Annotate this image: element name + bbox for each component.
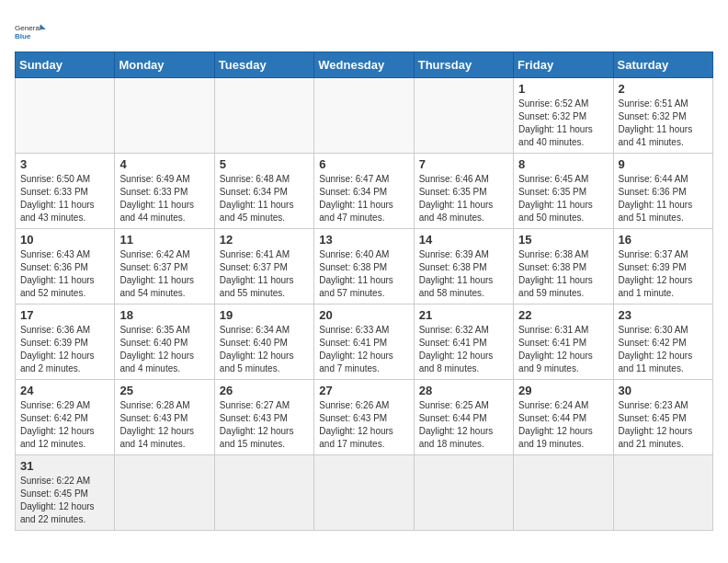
calendar-cell: 2Sunrise: 6:51 AM Sunset: 6:32 PM Daylig… [613, 78, 712, 154]
cell-info: Sunrise: 6:27 AM Sunset: 6:43 PM Dayligh… [220, 399, 309, 451]
cell-info: Sunrise: 6:29 AM Sunset: 6:42 PM Dayligh… [20, 399, 109, 451]
svg-text:General: General [15, 24, 41, 32]
day-header-friday: Friday [514, 52, 613, 78]
cell-info: Sunrise: 6:33 AM Sunset: 6:41 PM Dayligh… [319, 324, 408, 375]
cell-info: Sunrise: 6:47 AM Sunset: 6:34 PM Dayligh… [319, 173, 408, 224]
day-number: 15 [518, 233, 608, 247]
calendar-cell: 17Sunrise: 6:36 AM Sunset: 6:39 PM Dayli… [16, 304, 115, 380]
header-row: SundayMondayTuesdayWednesdayThursdayFrid… [16, 52, 713, 78]
calendar-cell: 8Sunrise: 6:45 AM Sunset: 6:35 PM Daylig… [514, 154, 613, 229]
calendar-cell: 26Sunrise: 6:27 AM Sunset: 6:43 PM Dayli… [214, 380, 313, 455]
day-number: 6 [319, 157, 408, 171]
calendar-cell [314, 78, 414, 154]
cell-info: Sunrise: 6:39 AM Sunset: 6:38 PM Dayligh… [419, 248, 508, 300]
day-number: 31 [20, 459, 109, 473]
day-number: 5 [220, 157, 309, 171]
calendar-cell: 14Sunrise: 6:39 AM Sunset: 6:38 PM Dayli… [414, 229, 513, 304]
day-number: 4 [119, 157, 209, 171]
calendar-cell: 25Sunrise: 6:28 AM Sunset: 6:43 PM Dayli… [115, 380, 214, 455]
logo: GeneralBlue [15, 15, 48, 48]
day-number: 11 [119, 233, 209, 247]
calendar-cell: 7Sunrise: 6:46 AM Sunset: 6:35 PM Daylig… [414, 154, 513, 229]
day-header-thursday: Thursday [414, 52, 513, 78]
day-header-sunday: Sunday [16, 52, 115, 78]
day-header-saturday: Saturday [613, 52, 712, 78]
calendar-cell: 19Sunrise: 6:34 AM Sunset: 6:40 PM Dayli… [214, 304, 313, 380]
cell-info: Sunrise: 6:40 AM Sunset: 6:38 PM Dayligh… [319, 248, 408, 300]
cell-info: Sunrise: 6:28 AM Sunset: 6:43 PM Dayligh… [119, 399, 209, 451]
calendar-cell: 20Sunrise: 6:33 AM Sunset: 6:41 PM Dayli… [314, 304, 414, 380]
day-number: 9 [619, 157, 708, 171]
calendar-cell: 4Sunrise: 6:49 AM Sunset: 6:33 PM Daylig… [115, 154, 214, 229]
cell-info: Sunrise: 6:31 AM Sunset: 6:41 PM Dayligh… [518, 324, 608, 375]
day-number: 23 [619, 308, 708, 322]
calendar-cell: 6Sunrise: 6:47 AM Sunset: 6:34 PM Daylig… [314, 154, 414, 229]
day-number: 2 [619, 82, 708, 96]
cell-info: Sunrise: 6:32 AM Sunset: 6:41 PM Dayligh… [419, 324, 508, 375]
cell-info: Sunrise: 6:30 AM Sunset: 6:42 PM Dayligh… [619, 324, 708, 375]
calendar-cell: 15Sunrise: 6:38 AM Sunset: 6:38 PM Dayli… [514, 229, 613, 304]
calendar-cell [613, 455, 712, 531]
day-number: 18 [119, 308, 209, 322]
calendar-cell: 29Sunrise: 6:24 AM Sunset: 6:44 PM Dayli… [514, 380, 613, 455]
calendar-cell: 12Sunrise: 6:41 AM Sunset: 6:37 PM Dayli… [214, 229, 313, 304]
calendar-cell [214, 78, 313, 154]
calendar-cell: 9Sunrise: 6:44 AM Sunset: 6:36 PM Daylig… [613, 154, 712, 229]
calendar-cell: 10Sunrise: 6:43 AM Sunset: 6:36 PM Dayli… [16, 229, 115, 304]
day-number: 20 [319, 308, 408, 322]
cell-info: Sunrise: 6:34 AM Sunset: 6:40 PM Dayligh… [220, 324, 309, 375]
calendar-cell [115, 455, 214, 531]
day-header-wednesday: Wednesday [314, 52, 414, 78]
cell-info: Sunrise: 6:44 AM Sunset: 6:36 PM Dayligh… [619, 173, 708, 224]
day-number: 29 [518, 384, 608, 397]
calendar-cell: 1Sunrise: 6:52 AM Sunset: 6:32 PM Daylig… [514, 78, 613, 154]
day-number: 17 [20, 308, 109, 322]
calendar-cell [414, 78, 513, 154]
cell-info: Sunrise: 6:22 AM Sunset: 6:45 PM Dayligh… [20, 475, 109, 526]
cell-info: Sunrise: 6:45 AM Sunset: 6:35 PM Dayligh… [518, 173, 608, 224]
calendar-cell: 27Sunrise: 6:26 AM Sunset: 6:43 PM Dayli… [314, 380, 414, 455]
day-number: 30 [619, 384, 708, 397]
cell-info: Sunrise: 6:35 AM Sunset: 6:40 PM Dayligh… [119, 324, 209, 375]
calendar-cell: 28Sunrise: 6:25 AM Sunset: 6:44 PM Dayli… [414, 380, 513, 455]
day-number: 28 [419, 384, 508, 397]
calendar-cell [214, 455, 313, 531]
calendar-cell: 24Sunrise: 6:29 AM Sunset: 6:42 PM Dayli… [16, 380, 115, 455]
logo-icon: GeneralBlue [15, 15, 48, 48]
day-number: 16 [619, 233, 708, 247]
calendar-cell [314, 455, 414, 531]
cell-info: Sunrise: 6:37 AM Sunset: 6:39 PM Dayligh… [619, 248, 708, 300]
day-number: 14 [419, 233, 508, 247]
calendar-cell: 16Sunrise: 6:37 AM Sunset: 6:39 PM Dayli… [613, 229, 712, 304]
cell-info: Sunrise: 6:52 AM Sunset: 6:32 PM Dayligh… [518, 98, 608, 149]
week-row-5: 31Sunrise: 6:22 AM Sunset: 6:45 PM Dayli… [16, 455, 713, 531]
week-row-4: 24Sunrise: 6:29 AM Sunset: 6:42 PM Dayli… [16, 380, 713, 455]
calendar-cell: 3Sunrise: 6:50 AM Sunset: 6:33 PM Daylig… [16, 154, 115, 229]
cell-info: Sunrise: 6:36 AM Sunset: 6:39 PM Dayligh… [20, 324, 109, 375]
calendar-cell: 13Sunrise: 6:40 AM Sunset: 6:38 PM Dayli… [314, 229, 414, 304]
cell-info: Sunrise: 6:23 AM Sunset: 6:45 PM Dayligh… [619, 399, 708, 451]
calendar-cell: 21Sunrise: 6:32 AM Sunset: 6:41 PM Dayli… [414, 304, 513, 380]
cell-info: Sunrise: 6:48 AM Sunset: 6:34 PM Dayligh… [220, 173, 309, 224]
calendar-cell: 23Sunrise: 6:30 AM Sunset: 6:42 PM Dayli… [613, 304, 712, 380]
calendar-cell [115, 78, 214, 154]
day-number: 12 [220, 233, 309, 247]
cell-info: Sunrise: 6:46 AM Sunset: 6:35 PM Dayligh… [419, 173, 508, 224]
week-row-3: 17Sunrise: 6:36 AM Sunset: 6:39 PM Dayli… [16, 304, 713, 380]
day-header-monday: Monday [115, 52, 214, 78]
cell-info: Sunrise: 6:43 AM Sunset: 6:36 PM Dayligh… [20, 248, 109, 300]
day-number: 1 [518, 82, 608, 96]
day-number: 10 [20, 233, 109, 247]
calendar-cell: 11Sunrise: 6:42 AM Sunset: 6:37 PM Dayli… [115, 229, 214, 304]
day-number: 24 [20, 384, 109, 397]
day-number: 19 [220, 308, 309, 322]
week-row-1: 3Sunrise: 6:50 AM Sunset: 6:33 PM Daylig… [16, 154, 713, 229]
svg-text:Blue: Blue [15, 32, 31, 40]
calendar-cell: 5Sunrise: 6:48 AM Sunset: 6:34 PM Daylig… [214, 154, 313, 229]
calendar-cell: 31Sunrise: 6:22 AM Sunset: 6:45 PM Dayli… [16, 455, 115, 531]
day-number: 3 [20, 157, 109, 171]
day-number: 27 [319, 384, 408, 397]
calendar-table: SundayMondayTuesdayWednesdayThursdayFrid… [15, 52, 713, 531]
calendar-cell: 22Sunrise: 6:31 AM Sunset: 6:41 PM Dayli… [514, 304, 613, 380]
day-number: 21 [419, 308, 508, 322]
